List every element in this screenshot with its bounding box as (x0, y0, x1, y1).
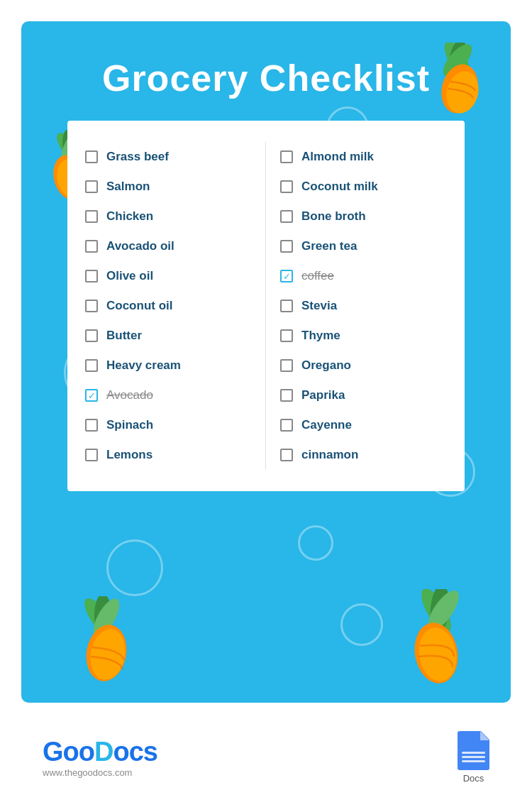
item-label-spinach: Spinach (106, 418, 153, 432)
logo-ocs: ocs (113, 737, 157, 767)
item-label-butter: Butter (106, 329, 142, 343)
checkbox-cinnamon[interactable] (280, 449, 293, 461)
checkbox-heavy-cream[interactable] (85, 359, 98, 372)
checkbox-paprika[interactable] (280, 389, 293, 402)
checklist-item-oregano[interactable]: Oregano (277, 351, 450, 380)
logo-goo: Goo (43, 737, 94, 767)
checklist-item-avocado-oil[interactable]: Avocado oil (82, 231, 258, 261)
item-label-avocado-oil: Avocado oil (106, 239, 174, 253)
checkbox-avocado[interactable]: ✓ (85, 389, 98, 402)
checklist-item-cinnamon[interactable]: cinnamon (277, 440, 450, 470)
item-label-cinnamon: cinnamon (301, 448, 358, 462)
checklist-item-bone-broth[interactable]: Bone broth (277, 202, 450, 231)
page-wrapper: Grocery Checklist Grass beefSalmonChicke… (0, 0, 532, 812)
checklist-item-thyme[interactable]: Thyme (277, 321, 450, 351)
docs-lines (462, 750, 485, 764)
item-label-olive-oil: Olive oil (106, 269, 153, 283)
item-label-cayenne: Cayenne (301, 418, 352, 432)
item-label-lemons: Lemons (106, 448, 153, 462)
checklist-item-paprika[interactable]: Paprika (277, 380, 450, 410)
item-label-bone-broth: Bone broth (301, 209, 366, 224)
checklist-grid: Grass beefSalmonChickenAvocado oilOlive … (82, 142, 450, 470)
docs-icon-image (458, 731, 489, 770)
docs-line-3 (462, 760, 485, 762)
blue-background: Grocery Checklist Grass beefSalmonChicke… (21, 21, 511, 703)
checklist-item-stevia[interactable]: Stevia (277, 291, 450, 321)
item-label-chicken: Chicken (106, 209, 153, 224)
decorative-circle-5 (106, 539, 163, 596)
checklist-item-green-tea[interactable]: Green tea (277, 231, 450, 261)
docs-icon: Docs (458, 731, 489, 784)
checkbox-cayenne[interactable] (280, 419, 293, 432)
checklist-item-cayenne[interactable]: Cayenne (277, 410, 450, 440)
checkbox-avocado-oil[interactable] (85, 240, 98, 253)
checklist-item-heavy-cream[interactable]: Heavy cream (82, 351, 258, 380)
checklist-item-salmon[interactable]: Salmon (82, 172, 258, 202)
checkbox-lemons[interactable] (85, 449, 98, 461)
decorative-circle-7 (298, 525, 333, 561)
item-label-salmon: Salmon (106, 180, 150, 194)
checklist-item-olive-oil[interactable]: Olive oil (82, 261, 258, 291)
checkbox-bone-broth[interactable] (280, 210, 293, 223)
checkbox-oregano[interactable] (280, 359, 293, 372)
checklist-item-coconut-milk[interactable]: Coconut milk (277, 172, 450, 202)
logo-url: www.thegoodocs.com (43, 767, 157, 778)
item-label-paprika: Paprika (301, 388, 345, 402)
item-label-coconut-milk: Coconut milk (301, 180, 378, 194)
docs-label: Docs (463, 773, 484, 784)
checklist-item-spinach[interactable]: Spinach (82, 410, 258, 440)
item-label-grass-beef: Grass beef (106, 150, 169, 164)
checklist-item-avocado[interactable]: ✓Avocado (82, 380, 258, 410)
item-label-green-tea: Green tea (301, 239, 357, 253)
checkbox-chicken[interactable] (85, 210, 98, 223)
item-label-stevia: Stevia (301, 299, 337, 313)
checkbox-green-tea[interactable] (280, 240, 293, 253)
docs-line-1 (462, 752, 485, 754)
checkbox-butter[interactable] (85, 329, 98, 342)
item-label-oregano: Oregano (301, 358, 351, 373)
logo-text: GooDocs (43, 737, 157, 767)
checklist-item-almond-milk[interactable]: Almond milk (277, 142, 450, 172)
checkbox-spinach[interactable] (85, 419, 98, 432)
checklist-item-coffee[interactable]: ✓coffee (277, 261, 450, 291)
footer: GooDocs www.thegoodocs.com Docs (21, 717, 511, 798)
checkbox-coconut-milk[interactable] (280, 180, 293, 193)
item-label-thyme: Thyme (301, 329, 340, 343)
checklist-item-coconut-oil[interactable]: Coconut oil (82, 291, 258, 321)
item-label-almond-milk: Almond milk (301, 150, 374, 164)
item-label-avocado: Avocado (106, 388, 153, 402)
checklist-item-grass-beef[interactable]: Grass beef (82, 142, 258, 172)
checklist-item-chicken[interactable]: Chicken (82, 202, 258, 231)
carrot-bottom-left-icon (64, 596, 149, 688)
checkbox-olive-oil[interactable] (85, 270, 98, 282)
item-label-heavy-cream: Heavy cream (106, 358, 181, 373)
carrot-top-right-icon (419, 43, 497, 121)
checkbox-thyme[interactable] (280, 329, 293, 342)
docs-line-2 (462, 756, 485, 758)
carrot-bottom-right-icon (390, 589, 482, 688)
right-column: Almond milkCoconut milkBone brothGreen t… (266, 142, 450, 470)
item-label-coffee: coffee (301, 269, 334, 283)
checklist-card: Grass beefSalmonChickenAvocado oilOlive … (67, 121, 465, 491)
checklist-item-lemons[interactable]: Lemons (82, 440, 258, 470)
left-column: Grass beefSalmonChickenAvocado oilOlive … (82, 142, 266, 470)
checkbox-stevia[interactable] (280, 300, 293, 312)
checkbox-coffee[interactable]: ✓ (280, 270, 293, 282)
item-label-coconut-oil: Coconut oil (106, 299, 172, 313)
checkbox-almond-milk[interactable] (280, 150, 293, 163)
checklist-item-butter[interactable]: Butter (82, 321, 258, 351)
checkbox-coconut-oil[interactable] (85, 300, 98, 312)
footer-logo: GooDocs www.thegoodocs.com (43, 737, 157, 778)
checkbox-grass-beef[interactable] (85, 150, 98, 163)
checkbox-salmon[interactable] (85, 180, 98, 193)
page-title: Grocery Checklist (88, 57, 444, 99)
logo-oo: D (94, 737, 113, 767)
decorative-circle-6 (340, 603, 383, 646)
